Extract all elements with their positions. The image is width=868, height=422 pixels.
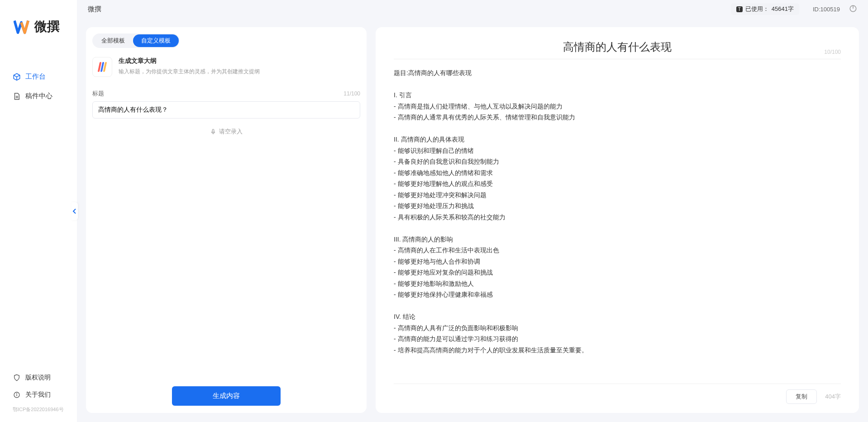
template-title: 生成文章大纲 — [119, 57, 260, 65]
output-panel: 高情商的人有什么表现 10/100 题目:高情商的人有哪些表现 I. 引言 - … — [376, 27, 859, 413]
nav-item-label: 关于我们 — [25, 391, 51, 399]
title-label: 标题 — [92, 90, 104, 98]
nav: 工作台 稿件中心 — [0, 49, 77, 369]
sidebar-collapse-handle[interactable] — [72, 202, 78, 220]
logo-text: 微撰 — [34, 18, 60, 35]
title-count-hint: 11/100 — [343, 90, 360, 97]
voice-hint: 请空录入 — [219, 128, 243, 136]
topbar-title: 微撰 — [88, 5, 101, 14]
template-panel: 全部模板 自定义模板 生成文章大纲 输入标题，为你提供文章主 — [86, 27, 367, 413]
generate-button[interactable]: 生成内容 — [172, 386, 281, 406]
nav-about[interactable]: 关于我们 — [0, 386, 77, 403]
svg-point-2 — [17, 394, 17, 394]
template-icon — [92, 57, 112, 77]
output-title-count: 10/100 — [824, 49, 841, 55]
text-badge-icon: T — [736, 6, 743, 12]
output-body[interactable]: 题目:高情商的人有哪些表现 I. 引言 - 高情商是指人们处理情绪、与他人互动以… — [394, 67, 841, 378]
sidebar: 微撰 工作台 稿件中心 版权说明 — [0, 0, 77, 422]
logo-icon — [14, 19, 31, 34]
output-word-count: 404字 — [825, 393, 841, 401]
document-icon — [13, 92, 21, 100]
sidebar-bottom: 版权说明 关于我们 鄂ICP备2022016946号 — [0, 369, 77, 422]
usage-value: 45641字 — [772, 5, 794, 13]
nav-workbench[interactable]: 工作台 — [0, 67, 77, 86]
title-input[interactable] — [92, 101, 360, 119]
main: 微撰 T 已使用： 45641字 ID:100519 全部模板 自定义模板 — [77, 0, 868, 422]
shield-icon — [13, 374, 21, 382]
voice-input-button[interactable]: 请空录入 — [92, 119, 360, 145]
template-tabs: 全部模板 自定义模板 — [86, 27, 367, 48]
nav-item-label: 工作台 — [25, 72, 46, 81]
output-title: 高情商的人有什么表现 — [563, 40, 672, 54]
tab-custom-templates[interactable]: 自定义模板 — [133, 34, 179, 47]
logo[interactable]: 微撰 — [0, 14, 77, 49]
template-desc: 输入标题，为你提供文章主体的灵感，并为其创建推文提纲 — [119, 68, 260, 76]
info-icon — [13, 391, 21, 399]
tab-all-templates[interactable]: 全部模板 — [93, 34, 133, 47]
cube-icon — [13, 73, 21, 81]
copy-button[interactable]: 复制 — [786, 389, 817, 404]
nav-copyright[interactable]: 版权说明 — [0, 369, 77, 386]
topbar: 微撰 T 已使用： 45641字 ID:100519 — [77, 0, 868, 18]
nav-item-label: 版权说明 — [25, 374, 51, 382]
svg-rect-5 — [212, 129, 214, 133]
mic-icon — [210, 128, 216, 135]
nav-item-label: 稿件中心 — [25, 92, 52, 100]
nav-drafts[interactable]: 稿件中心 — [0, 86, 77, 106]
form-area: 标题 11/100 请空录入 — [86, 81, 367, 379]
power-icon[interactable] — [849, 5, 857, 14]
icp-text: 鄂ICP备2022016946号 — [0, 403, 77, 417]
user-id: ID:100519 — [813, 6, 840, 13]
usage-indicator[interactable]: T 已使用： 45641字 — [731, 3, 799, 15]
template-card[interactable]: 生成文章大纲 输入标题，为你提供文章主体的灵感，并为其创建推文提纲 — [86, 48, 367, 81]
usage-prefix: 已使用： — [745, 5, 769, 13]
